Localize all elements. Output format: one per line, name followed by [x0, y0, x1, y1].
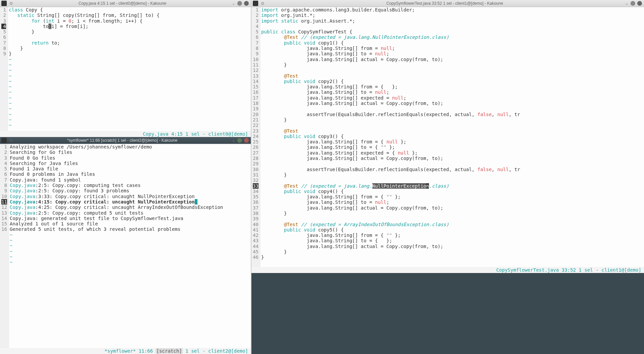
window-title: CopySymflowerTest.java 33:52 1 sel - cli… — [264, 1, 625, 6]
gutter: 1 2 3 4 5 6 7 8 9 — [0, 7, 8, 131]
statusline-bottom-left: *symflower* 11:66 [scratch] 1 sel - clie… — [0, 348, 251, 354]
close-icon[interactable] — [637, 1, 642, 6]
left-column: ⊙ Copy.java 4:15 1 sel - client0@[demo] … — [0, 0, 251, 354]
pin-icon[interactable]: ⊙ — [9, 138, 13, 143]
blank-area — [251, 273, 644, 354]
maximize-icon[interactable] — [237, 1, 242, 6]
chevron-down-icon[interactable]: ⌄ — [232, 138, 235, 143]
maximize-icon[interactable] — [237, 138, 242, 143]
code-area[interactable]: Analyzing workspace /Users/johannes/symf… — [9, 144, 251, 348]
editor-right[interactable]: 1 2 3 4 5 6 7 8 9 10 11 12 13 14 15 16 1… — [251, 7, 644, 267]
pane-bottom-left: ⊙ *symflower* 11:66 [scratch] 1 sel - cl… — [0, 137, 251, 354]
close-icon[interactable] — [244, 138, 249, 143]
status-pre: *symflower* 11:66 — [105, 348, 156, 354]
titlebar-top-left[interactable]: ⊙ Copy.java 4:15 1 sel - client0@[demo] … — [0, 0, 251, 7]
status-scratch: [scratch] — [156, 348, 183, 354]
pane-top-left: ⊙ Copy.java 4:15 1 sel - client0@[demo] … — [0, 0, 251, 137]
chevron-down-icon[interactable]: ⌄ — [232, 1, 235, 6]
app-icon — [253, 1, 258, 6]
close-icon[interactable] — [244, 1, 249, 6]
statusline-right: CopySymflowerTest.java 33:52 1 sel - cli… — [251, 267, 644, 273]
editor-bottom-left[interactable]: 1 2 3 4 5 6 7 8 9 10 11 12 13 14 15 16 A… — [0, 144, 251, 348]
window-title: *symflower* 11:66 [scratch] 1 sel - clie… — [13, 138, 232, 143]
right-column: ⊙ CopySymflowerTest.java 33:52 1 sel - c… — [251, 0, 644, 354]
gutter: 1 2 3 4 5 6 7 8 9 10 11 12 13 14 15 16 1… — [251, 7, 261, 267]
pin-icon[interactable]: ⊙ — [9, 1, 13, 6]
app-icon — [1, 138, 7, 143]
titlebar-bottom-left[interactable]: ⊙ *symflower* 11:66 [scratch] 1 sel - cl… — [0, 137, 251, 144]
app-icon — [1, 1, 7, 6]
chevron-down-icon[interactable]: ⌄ — [625, 1, 628, 6]
window-title: Copy.java 4:15 1 sel - client0@[demo] - … — [13, 1, 232, 6]
code-area[interactable]: class Copy { static String[] copy(String… — [8, 7, 251, 131]
editor-top-left[interactable]: 1 2 3 4 5 6 7 8 9 class Copy { static St… — [0, 7, 251, 131]
gutter: 1 2 3 4 5 6 7 8 9 10 11 12 13 14 15 16 — [0, 144, 9, 348]
code-area[interactable]: import org.apache.commons.lang3.builder.… — [261, 7, 644, 267]
titlebar-right[interactable]: ⊙ CopySymflowerTest.java 33:52 1 sel - c… — [251, 0, 644, 7]
pane-right: ⊙ CopySymflowerTest.java 33:52 1 sel - c… — [251, 0, 644, 273]
statusline-top-left: Copy.java 4:15 1 sel - client0@[demo] — [0, 131, 251, 137]
status-post: 1 sel - client2@[demo] — [183, 348, 248, 354]
pin-icon[interactable]: ⊙ — [261, 1, 264, 6]
maximize-icon[interactable] — [630, 1, 635, 6]
